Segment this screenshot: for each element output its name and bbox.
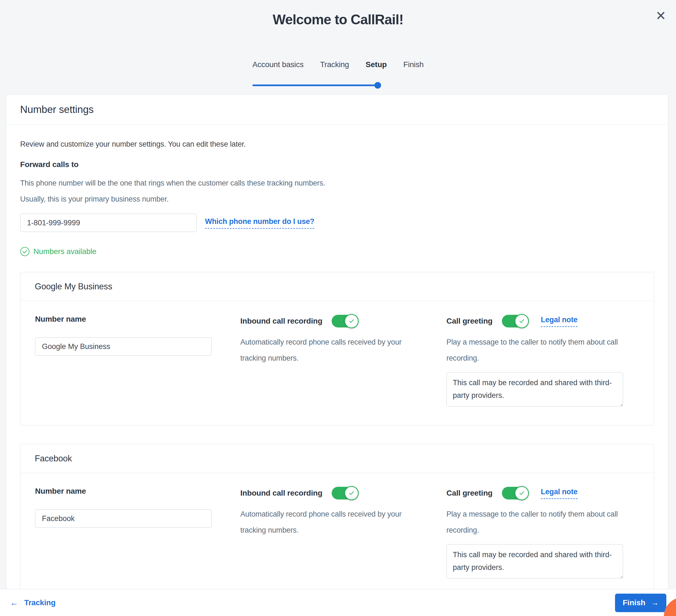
inbound-recording-description: Automatically record phone calls receive… (240, 334, 424, 366)
tab-setup[interactable]: Setup (365, 60, 387, 69)
tab-finish[interactable]: Finish (403, 60, 424, 69)
toggle-check-icon (515, 314, 529, 328)
inbound-recording-toggle[interactable] (332, 315, 358, 327)
number-name-label: Number name (35, 487, 86, 496)
call-greeting-description: Play a message to the caller to notify t… (446, 506, 642, 538)
call-greeting-toggle[interactable] (502, 315, 528, 327)
close-icon[interactable]: ✕ (656, 9, 666, 22)
inbound-recording-label: Inbound call recording (240, 489, 322, 498)
section-title: Google My Business (35, 281, 112, 292)
call-greeting-label: Call greeting (446, 317, 493, 325)
number-name-input[interactable] (35, 509, 212, 528)
forward-calls-description: This phone number will be the one that r… (20, 175, 340, 207)
forward-phone-input[interactable] (20, 214, 197, 232)
tab-account-basics[interactable]: Account basics (252, 60, 304, 69)
intro-text: Review and customize your number setting… (20, 140, 654, 149)
tab-tracking[interactable]: Tracking (320, 60, 349, 69)
number-settings-card: Number settings Review and customize you… (6, 94, 668, 589)
section-header: Facebook (20, 444, 654, 473)
inbound-recording-label: Inbound call recording (240, 317, 322, 325)
finish-button[interactable]: Finish → (615, 594, 666, 612)
back-link-label: Tracking (24, 598, 56, 607)
number-section-facebook: Facebook Number name Inbound call record… (20, 444, 654, 589)
wizard-header: Welcome to CallRail! (0, 0, 676, 28)
wizard-footer: ← Tracking Finish → (0, 589, 676, 616)
toggle-check-icon (344, 314, 359, 328)
back-to-tracking-link[interactable]: ← Tracking (10, 598, 55, 607)
call-greeting-label: Call greeting (446, 489, 493, 498)
call-greeting-toggle[interactable] (502, 487, 528, 500)
forward-calls-label: Forward calls to (20, 160, 654, 169)
step-progress-line (252, 85, 378, 86)
legal-note-link[interactable]: Legal note (541, 316, 577, 327)
legal-note-link[interactable]: Legal note (541, 487, 577, 499)
section-title: Facebook (35, 454, 72, 464)
page-title: Welcome to CallRail! (0, 12, 676, 28)
right-arrow-icon: → (651, 598, 659, 607)
step-progress-dot (375, 82, 381, 89)
call-greeting-description: Play a message to the caller to notify t… (446, 334, 642, 366)
toggle-check-icon (515, 486, 529, 500)
number-section-google-my-business: Google My Business Number name Inbound c… (20, 272, 654, 425)
card-title: Number settings (20, 104, 94, 115)
left-arrow-icon: ← (10, 598, 18, 607)
phone-help-link[interactable]: Which phone number do I use? (205, 217, 314, 228)
check-circle-icon (20, 247, 30, 256)
number-name-label: Number name (35, 315, 86, 323)
greeting-message-textarea[interactable]: This call may be recorded and shared wit… (446, 372, 623, 406)
toggle-check-icon (344, 486, 359, 500)
greeting-message-textarea[interactable]: This call may be recorded and shared wit… (446, 544, 623, 578)
numbers-available-status: Numbers available (20, 247, 654, 256)
finish-button-label: Finish (623, 598, 645, 607)
section-header: Google My Business (20, 272, 654, 301)
number-name-input[interactable] (35, 338, 212, 356)
inbound-recording-description: Automatically record phone calls receive… (240, 506, 424, 538)
status-text: Numbers available (34, 247, 97, 256)
wizard-steps: Account basics Tracking Setup Finish (252, 60, 424, 95)
card-header: Number settings (6, 95, 668, 124)
inbound-recording-toggle[interactable] (332, 487, 358, 500)
